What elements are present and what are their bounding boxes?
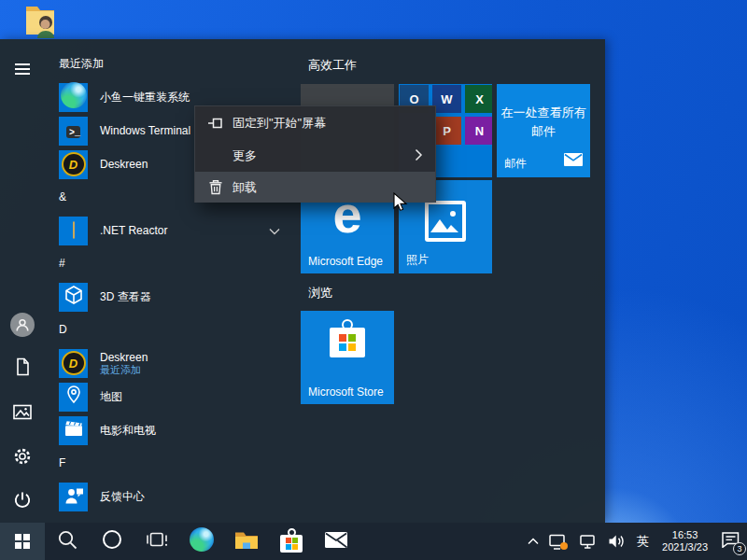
network-tray-icon[interactable] [579, 534, 598, 549]
taskbar-store-button[interactable] [269, 523, 314, 560]
app-list-item[interactable]: D Deskreen最近添加 [59, 346, 288, 380]
feedback-icon [63, 485, 84, 509]
app-label: Deskreen [100, 158, 148, 171]
office-mini-powerpoint[interactable]: P [432, 117, 461, 145]
app-icon-tile: D [59, 150, 88, 179]
edge-icon [190, 527, 214, 555]
taskbar-search-button[interactable] [45, 523, 90, 560]
store-icon [280, 530, 303, 553]
settings-icon [13, 447, 32, 469]
app-list-item[interactable]: 地图 [59, 380, 288, 413]
app-label: 反馈中心 [100, 490, 145, 503]
taskbar-clock[interactable]: 16:53 2021/3/23 [659, 529, 711, 553]
clock-date: 2021/3/23 [662, 541, 708, 553]
rail-documents-button[interactable] [0, 354, 45, 384]
office-mini-word[interactable]: W [432, 85, 461, 113]
rail-pictures-button[interactable] [0, 399, 45, 428]
tile-label: 照片 [406, 252, 429, 268]
tile-label: Microsoft Edge [308, 255, 383, 268]
account-icon [10, 313, 35, 337]
chevron-right-icon [415, 148, 423, 165]
app-list-item[interactable]: 反馈中心 [59, 480, 288, 513]
rail-account-button[interactable] [0, 310, 45, 340]
taskbar-edge-button[interactable] [179, 523, 224, 560]
start-rail [0, 39, 45, 523]
taskbar-mail-button[interactable] [314, 523, 359, 560]
app-label: Windows Terminal [100, 124, 190, 137]
app-section-header[interactable]: # [59, 256, 299, 271]
clock-time: 16:53 [662, 529, 708, 541]
volume-tray-icon[interactable] [608, 534, 627, 549]
taskbar: 英 16:53 2021/3/23 3 [0, 523, 747, 560]
rail-power-button[interactable] [0, 487, 45, 517]
trash-icon [207, 179, 223, 195]
start-icon [15, 534, 31, 550]
app-icon-tile [59, 416, 88, 445]
documents-icon [15, 357, 31, 380]
action-center-button[interactable]: 3 [721, 531, 740, 552]
tile-group-header[interactable]: 高效工作 [308, 57, 357, 72]
tile-microsoft-store[interactable]: Microsoft Store [301, 311, 394, 404]
user-folder-desktop-icon[interactable] [23, 3, 57, 38]
mail-tile-text: 在一处查看所有邮件 [497, 104, 590, 141]
taskbar-cortana-button[interactable] [90, 523, 134, 560]
system-tray: 英 16:53 2021/3/23 3 [528, 523, 747, 560]
app-label: Deskreen最近添加 [100, 351, 148, 376]
app-list-item[interactable]: .NET Reactor [59, 214, 288, 247]
context-menu-item[interactable]: 更多 [195, 139, 435, 172]
app-label: 小鱼一键重装系统 [100, 91, 190, 104]
deskreen-icon: D [62, 152, 86, 176]
mail-icon [325, 532, 347, 552]
ime-indicator[interactable]: 英 [637, 533, 649, 550]
tile-mail[interactable]: 在一处查看所有邮件 邮件 [497, 84, 590, 177]
app-section-header[interactable]: F [59, 455, 299, 470]
map-pin-icon [64, 385, 83, 409]
rail-menu-button[interactable] [0, 56, 45, 86]
office-mini-onenote[interactable]: N [465, 117, 492, 145]
photos-icon [425, 201, 466, 242]
app-section-header[interactable]: 最近添加 [59, 56, 299, 71]
cortana-icon [103, 530, 121, 553]
app-label: 电影和电视 [100, 424, 156, 437]
app-icon-tile [59, 83, 88, 112]
app-icon-tile [59, 217, 88, 245]
deskreen-icon: D [62, 351, 86, 375]
chevron-down-icon[interactable] [269, 222, 280, 239]
tile-label: Microsoft Store [308, 385, 384, 399]
user-folder-icon [23, 3, 57, 38]
app-label: 地图 [100, 390, 122, 403]
app-icon-tile [59, 283, 88, 312]
app-label: 3D 查看器 [100, 290, 151, 303]
app-list-item[interactable]: 3D 查看器 [59, 280, 288, 314]
cast-tray-icon[interactable] [549, 534, 569, 550]
app-list-item[interactable]: 电影和电视 [59, 413, 288, 447]
notification-badge: 3 [733, 542, 746, 555]
office-mini-excel[interactable]: X [465, 85, 492, 113]
app-label: .NET Reactor [100, 224, 167, 237]
show-hidden-icons-button[interactable] [528, 538, 539, 545]
edge-swirl-icon [61, 82, 87, 112]
app-icon-tile: >_ [59, 117, 88, 146]
terminal-icon: >_ [66, 122, 80, 139]
pictures-icon [13, 404, 32, 424]
rail-settings-button[interactable] [0, 443, 45, 473]
app-icon-tile [59, 483, 88, 511]
clapper-icon [63, 419, 84, 441]
context-menu: 固定到"开始"屏幕 更多 卸载 [194, 105, 436, 203]
tile-group-header[interactable]: 浏览 [308, 285, 332, 300]
taskbar-start-button[interactable] [0, 523, 45, 560]
context-menu-item[interactable]: 固定到"开始"屏幕 [195, 106, 435, 139]
taskbar-buttons [0, 523, 359, 560]
pin-icon [207, 116, 223, 131]
task-view-icon [146, 530, 168, 553]
taskbar-task-view-button[interactable] [134, 523, 179, 560]
recently-added-tag: 最近添加 [100, 364, 148, 376]
context-menu-item-label: 固定到"开始"屏幕 [233, 115, 326, 132]
app-icon-tile: D [59, 349, 88, 378]
menu-icon [14, 63, 31, 79]
app-icon-tile [59, 383, 88, 412]
taskbar-file-explorer-button[interactable] [224, 523, 269, 560]
netreactor-icon [73, 222, 75, 239]
tile-label: 邮件 [504, 156, 527, 172]
app-section-header[interactable]: D [59, 322, 299, 337]
